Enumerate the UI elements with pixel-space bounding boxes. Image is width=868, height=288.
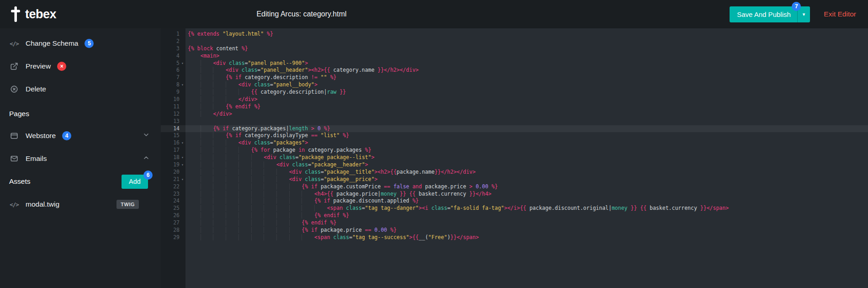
topbar: tebex Editing Arcus: category.html Save … xyxy=(0,0,868,28)
code-line[interactable]: 20 <div class="package__title"><h2>{{pac… xyxy=(161,169,868,176)
assets-badge: 6 xyxy=(143,171,153,180)
code-line[interactable]: 3{% block content %} xyxy=(161,45,868,53)
change-schema-label: Change Schema xyxy=(26,39,78,48)
code-line[interactable]: 27 {% endif %} xyxy=(161,219,868,227)
save-button-label: Save And Publish xyxy=(737,11,791,18)
code-line[interactable]: 18▾ <div class="package package--list"> xyxy=(161,154,868,161)
delete-circle-x-icon xyxy=(9,85,19,93)
sidebar: </> Change Schema 5 Preview × xyxy=(0,28,161,288)
line-number: 4 xyxy=(161,53,185,60)
code-line[interactable]: 2 xyxy=(161,38,868,45)
fold-caret-icon[interactable]: ▾ xyxy=(180,139,185,147)
sidebar-item-delete[interactable]: Delete xyxy=(0,78,161,101)
webstore-label: Webstore xyxy=(26,132,56,140)
line-number: 26 xyxy=(161,212,185,219)
line-number: 19▾ xyxy=(161,161,185,169)
editor-app: tebex Editing Arcus: category.html Save … xyxy=(0,0,868,288)
page-title: Editing Arcus: category.html xyxy=(256,10,346,18)
fold-caret-icon[interactable]: ▾ xyxy=(180,60,185,67)
change-schema-badge: 5 xyxy=(85,39,94,48)
fold-caret-icon[interactable]: ▾ xyxy=(180,81,185,89)
line-number: 20 xyxy=(161,169,185,176)
code-line[interactable]: 16▾ <div class="packages"> xyxy=(161,139,868,147)
code-line[interactable]: 23 <h4>{{ package.price|money }} {{ bask… xyxy=(161,191,868,198)
code-line[interactable]: 22 {% if package.customPrice == false an… xyxy=(161,183,868,191)
code-line[interactable]: 24 {% if package.discount.applied %} xyxy=(161,197,868,205)
line-number: 5▾ xyxy=(161,60,185,67)
code-line[interactable]: 1{% extends "layout.html" %} xyxy=(161,31,868,38)
assets-label: Assets xyxy=(9,177,31,186)
line-number: 17 xyxy=(161,147,185,154)
chevron-down-icon[interactable] xyxy=(143,131,150,140)
code-line[interactable]: 5▾ <div class="panel panel--900"> xyxy=(161,60,868,67)
line-number: 11 xyxy=(161,103,185,111)
code-line[interactable]: 14 {% if category.packages|length > 0 %} xyxy=(161,125,868,133)
assets-section: Assets Add 6 xyxy=(0,170,161,193)
line-number: 12 xyxy=(161,111,185,118)
code-line[interactable]: 13 xyxy=(161,118,868,125)
preview-label: Preview xyxy=(26,62,51,70)
preview-error-badge: × xyxy=(57,62,66,71)
line-number: 29 xyxy=(161,234,185,241)
envelope-icon xyxy=(9,155,19,163)
line-number: 28 xyxy=(161,227,185,234)
line-number: 18▾ xyxy=(161,154,185,161)
sidebar-item-modal-twig[interactable]: </> modal.twig TWIG xyxy=(0,193,161,216)
line-number: 24 xyxy=(161,197,185,205)
line-number: 7 xyxy=(161,74,185,81)
line-number: 1 xyxy=(161,31,185,38)
line-number: 16▾ xyxy=(161,139,185,147)
add-asset-group: Add 6 xyxy=(122,175,148,189)
sidebar-item-change-schema[interactable]: </> Change Schema 5 xyxy=(0,32,161,55)
line-number: 9 xyxy=(161,89,185,96)
sidebar-item-webstore[interactable]: Webstore 4 xyxy=(0,124,161,147)
code-line[interactable]: 10 </div> xyxy=(161,96,868,103)
tebex-logo-icon xyxy=(10,6,21,22)
line-number: 21▾ xyxy=(161,176,185,183)
file-type-badge: TWIG xyxy=(116,200,139,209)
code-line[interactable]: 19▾ <div class="package__header"> xyxy=(161,161,868,169)
line-number: 14 xyxy=(161,125,185,133)
sidebar-item-preview[interactable]: Preview × xyxy=(0,55,161,78)
exit-editor-link[interactable]: Exit Editor xyxy=(824,10,856,18)
code-editor[interactable]: 1{% extends "layout.html" %}23{% block c… xyxy=(161,28,868,288)
code-line[interactable]: 28 {% if package.price == 0.00 %} xyxy=(161,227,868,234)
code-line[interactable]: 6 <div class="panel__header"><h2>{{ cate… xyxy=(161,67,868,74)
webstore-badge: 4 xyxy=(62,131,71,140)
sidebar-item-emails[interactable]: Emails xyxy=(0,147,161,170)
chevron-up-icon[interactable] xyxy=(143,154,150,163)
line-number: 22 xyxy=(161,183,185,191)
code-line[interactable]: 12 </div> xyxy=(161,111,868,118)
line-number: 23 xyxy=(161,191,185,198)
fold-caret-icon[interactable]: ▾ xyxy=(180,176,185,183)
code-line[interactable]: 21▾ <div class="package__price"> xyxy=(161,176,868,183)
code-line[interactable]: 25 <span class="tag tag--danger"><i clas… xyxy=(161,205,868,212)
line-number: 8▾ xyxy=(161,81,185,89)
code-line[interactable]: 15 {% if category.displayType == "list" … xyxy=(161,132,868,139)
line-number: 10 xyxy=(161,96,185,103)
code-line[interactable]: 4 <main> xyxy=(161,53,868,60)
delete-label: Delete xyxy=(26,85,46,93)
topbar-actions: Save And Publish ▾ 7 Exit Editor xyxy=(730,6,856,22)
line-number: 13 xyxy=(161,118,185,125)
code-line[interactable]: 29 <span class="tag tag--success">{{__("… xyxy=(161,234,868,241)
save-button-group: Save And Publish ▾ 7 xyxy=(730,6,810,22)
code-icon: </> xyxy=(9,40,19,47)
tebex-logo-text: tebex xyxy=(25,7,56,21)
tebex-logo: tebex xyxy=(10,6,56,22)
code-line[interactable]: 11 {% endif %} xyxy=(161,103,868,111)
code-line[interactable]: 17 {% for package in category.packages %… xyxy=(161,147,868,154)
line-number: 3 xyxy=(161,45,185,53)
code-line[interactable]: 8▾ <div class="panel__body"> xyxy=(161,81,868,89)
fold-caret-icon[interactable]: ▾ xyxy=(180,161,185,169)
code-line[interactable]: 9 {{ category.description|raw }} xyxy=(161,89,868,96)
save-notification-badge: 7 xyxy=(792,2,801,11)
code-line[interactable]: 26 {% endif %} xyxy=(161,212,868,219)
fold-caret-icon[interactable]: ▾ xyxy=(180,154,185,161)
code-area[interactable]: 1{% extends "layout.html" %}23{% block c… xyxy=(161,28,868,241)
line-number: 25 xyxy=(161,205,185,212)
line-number: 15 xyxy=(161,132,185,139)
external-link-icon xyxy=(9,62,19,70)
line-number: 2 xyxy=(161,38,185,45)
code-line[interactable]: 7 {% if category.description != "" %} xyxy=(161,74,868,81)
